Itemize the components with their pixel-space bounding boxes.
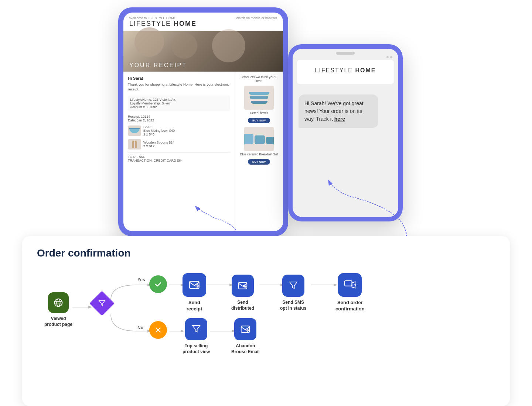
filter-diamond-icon [89, 291, 115, 316]
node-send-sms[interactable]: Send SMSopt in status [280, 275, 306, 311]
tablet-brand: LIFESTYLE HOME [129, 20, 277, 28]
send-order-icon: SMS [338, 273, 362, 297]
send-receipt-icon [183, 273, 206, 297]
node-yes[interactable] [149, 275, 167, 293]
node-viewed-label: Viewedproduct page [44, 316, 72, 327]
abandon-email-icon [234, 318, 256, 340]
rec-product-2-image [244, 127, 274, 151]
tablet-recommendations: Products we think you'll love! Cereal bo… [235, 72, 283, 231]
product-2-qty: 2 x $12 [143, 144, 174, 148]
svg-point-12 [55, 299, 62, 307]
phone-brand: LIFESTYLE HOME [301, 64, 389, 80]
product-row-1: SALE Blue Mixing bowl $40 1 x $40 [128, 125, 230, 136]
tablet-receipt-num: Receipt: 12114 [128, 115, 230, 118]
phone-notch-area [293, 49, 398, 56]
flow-title: Order confirmation [37, 247, 495, 259]
top-selling-icon [185, 318, 207, 340]
tablet-screen: Welcome to LIFESTYLE HOME Watch on mobil… [123, 13, 283, 231]
track-link[interactable]: here [334, 116, 345, 122]
tablet-receipt-date: Date: Jan 2, 2022 [128, 118, 230, 122]
node-abandon[interactable]: AbandonBrouse Email [231, 318, 260, 355]
svg-text:No: No [137, 325, 143, 330]
node-viewed-product[interactable]: Viewedproduct page [44, 292, 72, 327]
node-top-selling[interactable]: Top sellingproduct view [183, 318, 210, 355]
send-distributed-label: Senddistributed [231, 300, 254, 311]
tablet-body: Hi Sara! Thank you for shopping at Lifes… [123, 72, 283, 231]
tablet-hero-text: YOUR RECEIPT [129, 62, 187, 69]
tablet-account: Account # 887692 [130, 105, 228, 109]
top-selling-label: Top sellingproduct view [183, 343, 210, 355]
phone-dot-1 [386, 56, 389, 58]
node-filter-diamond[interactable] [93, 295, 111, 312]
phone-brand-container: LIFESTYLE HOME [297, 60, 394, 84]
rec-product-2: Blue ceramic Breakfast Set BUY NOW [238, 127, 280, 165]
rec-product-2-name: Blue ceramic Breakfast Set [238, 152, 280, 156]
mug-icon [244, 134, 253, 144]
bowl-decoration-1 [134, 27, 164, 57]
bowl-icon [129, 128, 140, 133]
flow-canvas: Yes No Viewedpro [37, 270, 495, 396]
tablet-transaction: TRANSACTION: CREDIT CARD $64 [128, 159, 230, 162]
rec-title: Products we think you'll love! [238, 75, 280, 83]
tablet-watch-on: Watch on mobile or browser [236, 16, 277, 20]
send-order-label: Send orderconfirmation [335, 300, 365, 312]
product-1-name: Blue Mixing bowl $40 [143, 129, 175, 133]
phone-dot-2 [390, 56, 392, 58]
phone-dots [293, 56, 398, 60]
svg-rect-26 [345, 281, 352, 286]
flow-section: Order confirmation [22, 236, 510, 406]
tablet-hi-text: Hi Sara! [128, 76, 230, 80]
send-receipt-label: Sendreceipt [187, 300, 202, 312]
mug-icon-3 [266, 137, 274, 144]
svg-text:Yes: Yes [137, 277, 145, 282]
main-scene: Welcome to LIFESTYLE HOME Watch on mobil… [0, 0, 532, 406]
bowl-decoration-2 [171, 33, 197, 59]
product-row-2: Wooden Spoons $24 2 x $12 [128, 139, 230, 149]
tablet-total-block: TOTAL $64 TRANSACTION: CREDIT CARD $64 [128, 152, 230, 162]
product-2-info: Wooden Spoons $24 2 x $12 [143, 141, 174, 148]
product-1-tag: SALE [143, 125, 175, 129]
bowl-stack-3 [251, 101, 267, 104]
tablet-receipt-info: Receipt: 12114 Date: Jan 2, 2022 [128, 115, 230, 122]
rec-product-1-name: Cereal bowls [238, 111, 280, 115]
product-1-image [128, 125, 141, 136]
node-send-receipt[interactable]: Sendreceipt [183, 273, 206, 312]
cereal-bowls-icon [249, 92, 269, 104]
tablet-total: TOTAL $64 [128, 155, 230, 159]
tablet-thank-you: Thank you for shopping at Lifestyle Home… [128, 82, 230, 92]
bowl-stack-1 [249, 92, 269, 95]
tablet-receipt-section: Hi Sara! Thank you for shopping at Lifes… [123, 72, 235, 231]
send-sms-icon [282, 275, 304, 297]
buy-now-button-1[interactable]: BUY NOW [248, 118, 270, 123]
tablet-brand-light: LIFESTYLE [129, 20, 174, 27]
node-no[interactable] [149, 321, 167, 339]
node-send-distributed[interactable]: Senddistributed [231, 275, 254, 311]
flow-connectors: Yes No [37, 270, 495, 396]
rec-product-1: Cereal bowls BUY NOW [238, 86, 280, 123]
globe-icon [48, 292, 69, 313]
tablet-brand-bold: HOME [174, 20, 197, 27]
send-sms-label: Send SMSopt in status [280, 300, 306, 311]
product-2-name: Wooden Spoons $24 [143, 141, 174, 144]
bowl-stack-2 [250, 96, 268, 99]
svg-rect-22 [239, 282, 247, 289]
product-2-image [128, 139, 141, 149]
buy-now-button-2[interactable]: BUY NOW [248, 159, 270, 165]
mug-set-icon [244, 134, 274, 144]
tablet-welcome: Welcome to LIFESTYLE HOME [129, 16, 176, 20]
phone-brand-light: LIFESTYLE [315, 67, 355, 73]
svg-text:SMS: SMS [354, 284, 356, 287]
product-1-info: SALE Blue Mixing bowl $40 1 x $40 [143, 125, 175, 136]
phone-message-area: Hi Sarah! We've got great news! Your ord… [293, 89, 398, 217]
bowl-decoration-3 [212, 29, 245, 62]
node-send-order[interactable]: SMS Send orderconfirmation [335, 273, 365, 312]
tablet-hero: YOUR RECEIPT [123, 31, 283, 72]
phone-screen: LIFESTYLE HOME Hi Sarah! We've got great… [293, 49, 398, 217]
svg-rect-28 [241, 326, 250, 333]
message-bubble: Hi Sarah! We've got great news! Your ord… [299, 94, 378, 128]
abandon-label: AbandonBrouse Email [231, 343, 260, 355]
svg-point-13 [57, 299, 60, 307]
tablet-device: Welcome to LIFESTYLE HOME Watch on mobil… [118, 7, 288, 236]
check-icon [149, 275, 167, 293]
mug-icon-2 [255, 135, 265, 144]
